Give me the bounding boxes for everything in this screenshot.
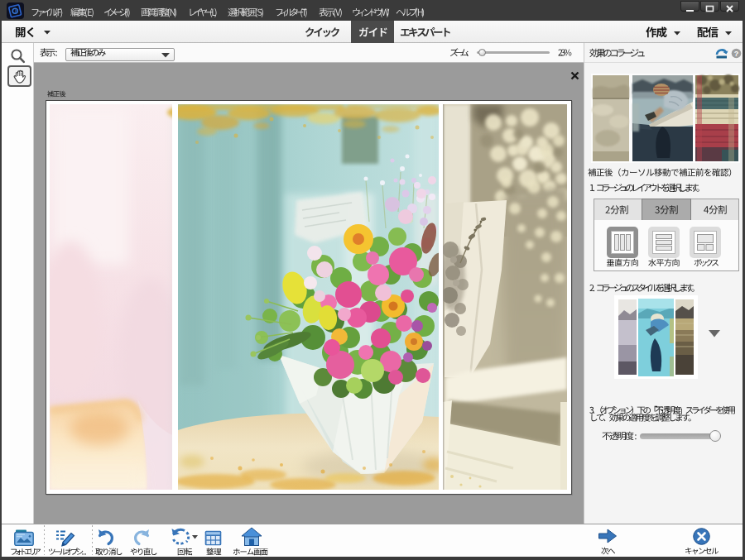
svg-text:?: ? xyxy=(734,50,739,58)
